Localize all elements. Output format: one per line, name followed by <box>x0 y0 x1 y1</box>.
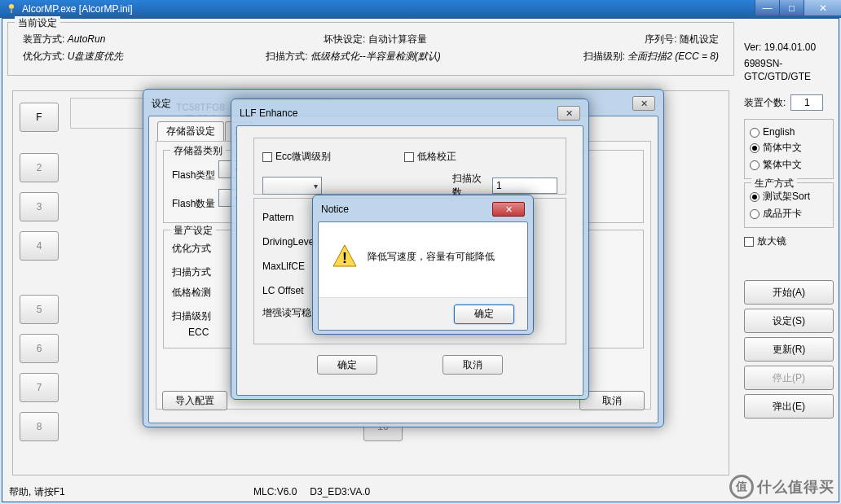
refresh-button[interactable]: 更新(R) <box>744 337 834 362</box>
optimize-method: 优化方式: U盘速度优先 <box>23 50 123 64</box>
serial-setting: 序列号: 随机设定 <box>645 33 719 46</box>
app-icon <box>5 2 18 15</box>
settings-cancel-button[interactable]: 取消 <box>579 391 645 410</box>
settings-button[interactable]: 设定(S) <box>744 309 834 333</box>
memory-legend: 存储器类别 <box>170 144 226 158</box>
chipset-label: 6989SN-GTC/GTD/GTE <box>744 58 834 83</box>
settings-title: 设定 <box>152 97 171 111</box>
status-help: 帮助, 请按F1 <box>9 485 253 499</box>
settings-close-button[interactable]: ✕ <box>632 96 655 111</box>
status-d3: D3_ED3:VA.0 <box>310 486 370 497</box>
notice-ok-button[interactable]: 确定 <box>454 305 514 324</box>
device-count-label: 装置个数: <box>744 96 786 110</box>
notice-dialog: Notice ✕ ! 降低写速度，容量有可能降低 确定 <box>312 195 534 335</box>
ecc-fine-combo[interactable] <box>262 177 322 195</box>
svg-rect-1 <box>11 8 12 13</box>
slot-5[interactable]: 5 <box>20 295 59 324</box>
slot-2[interactable]: 2 <box>20 153 59 182</box>
eject-button[interactable]: 弹出(E) <box>744 394 834 419</box>
tab-memory[interactable]: 存储器设定 <box>157 121 224 141</box>
lang-zht-label: 繁体中文 <box>763 159 802 170</box>
opt-label: 优化方式 <box>172 243 211 254</box>
slot-4[interactable]: 4 <box>20 231 59 261</box>
scan-label: 扫描方式 <box>172 266 211 278</box>
flashcount-label: Flash数量 <box>172 198 215 209</box>
scanlevel-label: 扫描级别 <box>172 310 211 322</box>
slot-3[interactable]: 3 <box>20 192 59 221</box>
device-count-input[interactable] <box>790 94 823 111</box>
watermark: 值 什么值得买 <box>729 475 834 499</box>
llf-cancel-button[interactable]: 取消 <box>443 355 503 375</box>
start-button[interactable]: 开始(A) <box>744 280 834 305</box>
warning-icon: ! <box>332 243 358 270</box>
lang-zhs-label: 简体中文 <box>763 142 802 153</box>
prod-legend: 生产方式 <box>751 177 797 191</box>
slot-8[interactable]: 8 <box>20 412 59 441</box>
import-config-button[interactable]: 导入配置 <box>162 391 227 410</box>
notice-message: 降低写速度，容量有可能降低 <box>368 250 495 264</box>
scan-level: 扫描级别: 全面扫描2 (ECC = 8) <box>583 50 719 64</box>
slot-6[interactable]: 6 <box>20 334 59 363</box>
badblock-setting: 坏快设定: 自动计算容量 <box>324 33 427 46</box>
notice-title: Notice <box>321 204 349 215</box>
magnifier-label: 放大镜 <box>757 235 786 247</box>
lang-zhs-radio[interactable] <box>750 143 760 153</box>
install-method: 装置方式: AutoRun <box>23 33 105 46</box>
window-min-button[interactable]: — <box>755 0 779 15</box>
current-settings-legend: 当前设定 <box>15 16 60 30</box>
flashtype-label: Flash类型 <box>172 169 215 181</box>
stop-button[interactable]: 停止(P) <box>744 366 834 390</box>
status-mlc: MLC:V6.0 <box>253 486 297 497</box>
ecc-fine-check[interactable] <box>262 152 272 162</box>
ecc-label: ECC <box>188 327 209 338</box>
app-title: AlcorMP.exe [AlcorMP.ini] <box>22 3 133 15</box>
lowdet-label: 低格检测 <box>172 287 211 298</box>
lang-en-radio[interactable] <box>750 128 760 138</box>
llf-close-button[interactable]: ✕ <box>557 106 580 121</box>
lowcorr-label: 低格校正 <box>417 151 456 162</box>
lang-en-label: English <box>763 126 795 138</box>
notice-close-button[interactable]: ✕ <box>492 202 525 217</box>
mp-legend: 量产设定 <box>170 224 216 238</box>
prod-card-radio[interactable] <box>750 209 760 219</box>
svg-text:!: ! <box>342 250 347 266</box>
lowcorr-check[interactable] <box>404 152 414 162</box>
prod-sort-radio[interactable] <box>750 192 760 202</box>
prod-card-label: 成品开卡 <box>763 208 802 219</box>
llf-ok-button[interactable]: 确定 <box>317 355 377 375</box>
window-max-button[interactable]: □ <box>779 0 804 15</box>
window-close-button[interactable]: ✕ <box>804 0 841 15</box>
prod-sort-label: 测试架Sort <box>763 191 810 202</box>
ecc-fine-label: Ecc微调级别 <box>275 151 331 162</box>
scan-method: 扫描方式: 低级格式化--半容量检测(默认) <box>266 50 441 64</box>
magnifier-check[interactable] <box>744 237 754 247</box>
llf-title: LLF Enhance <box>240 107 297 119</box>
lang-zht-radio[interactable] <box>750 160 760 170</box>
slot-7[interactable]: 7 <box>20 373 59 402</box>
slot-f[interactable]: F <box>20 103 59 132</box>
scan-times-input[interactable] <box>492 177 557 194</box>
version-label: Ver: 19.04.01.00 <box>744 42 834 53</box>
